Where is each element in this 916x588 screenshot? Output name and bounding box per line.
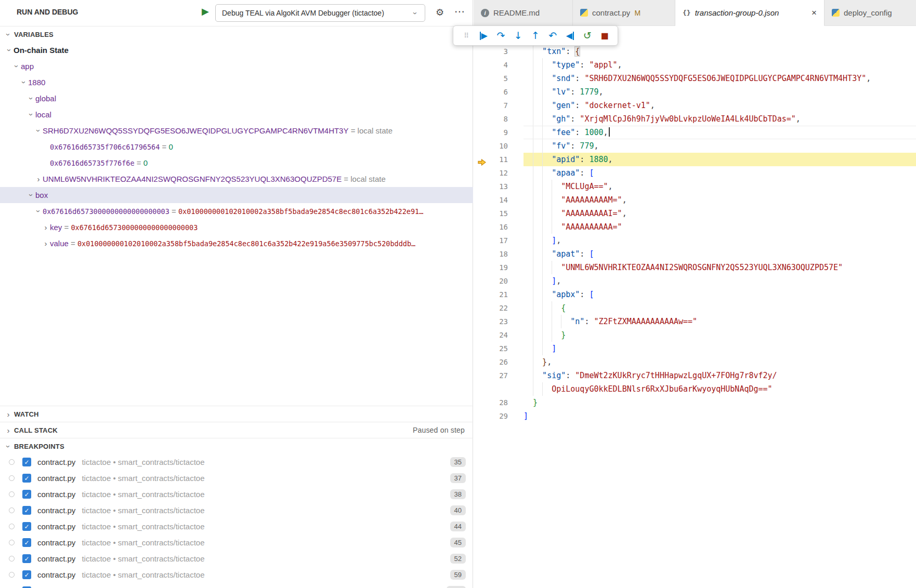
code-line[interactable]: "apid": 1880, <box>524 153 916 166</box>
tab-readme[interactable]: iREADME.md <box>474 0 573 25</box>
chevron-down-icon[interactable]: › <box>34 127 43 135</box>
gutter-line-number[interactable]: 7 <box>474 99 524 112</box>
code-line[interactable]: "fee": 1000, <box>524 126 916 139</box>
code-line[interactable]: "AAAAAAAAAA=" <box>524 220 916 234</box>
gutter-line-number[interactable]: 27 <box>474 369 524 382</box>
tree-item[interactable]: ›SRH6D7XU2N6WQQ5SSYDQFG5ESO6JWEQIDPGLUGY… <box>0 123 473 139</box>
gutter-line-number[interactable]: 18 <box>474 247 524 261</box>
chevron-right-icon[interactable]: › <box>42 223 50 232</box>
editor-line[interactable]: 5"snd": "SRH6D7XU2N6WQQ5SSYDQFG5ESO6JWEQ… <box>474 72 916 85</box>
gutter-line-number[interactable]: 17 <box>474 234 524 247</box>
breakpoint-checkbox[interactable]: ✓ <box>22 522 31 531</box>
editor-line[interactable]: 13"MCLUgA==", <box>474 180 916 193</box>
editor-line[interactable]: 21"apbx": [ <box>474 288 916 301</box>
editor-line[interactable]: 15"AAAAAAAAAI=", <box>474 207 916 220</box>
more-actions-button[interactable]: ⋯ <box>454 5 465 18</box>
reverse-continue-button[interactable]: ◀ <box>564 28 577 44</box>
restart-button[interactable]: ↺ <box>581 28 594 44</box>
tree-item[interactable]: ›value = 0x010000000102010002a358bf5bada… <box>0 235 473 251</box>
step-back-button[interactable]: ↶ <box>546 28 559 44</box>
code-line[interactable]: "fv": 779, <box>524 139 916 153</box>
section-header-call-stack[interactable]: › CALL STACK Paused on step <box>0 422 473 438</box>
step-over-button[interactable]: ↷ <box>494 28 508 44</box>
tree-item[interactable]: ›app <box>0 58 473 74</box>
tree-item[interactable]: 0x67616d65735f776f6e = 0 <box>0 155 473 171</box>
code-line[interactable]: OpiLouqyG0kkEDLBNlsr6RxXJbu6arKwyoyqHUbN… <box>524 382 916 396</box>
editor-line[interactable]: 25] <box>474 342 916 355</box>
breakpoint-row[interactable]: ✓contract.pytictactoe • smart_contracts/… <box>0 551 473 567</box>
editor-line[interactable]: 6"lv": 1779, <box>474 85 916 99</box>
gutter-line-number[interactable]: 22 <box>474 301 524 315</box>
chevron-down-icon[interactable]: › <box>20 78 29 87</box>
breakpoint-checkbox[interactable]: ✓ <box>22 554 31 563</box>
tab-contract[interactable]: contract.pyM <box>573 0 675 25</box>
code-line[interactable]: ], <box>524 274 916 288</box>
code-line[interactable]: "UNML6W5NVHRIKTEOZAA4NI2SWQROSGNFNY2QS52… <box>524 261 916 274</box>
editor-line[interactable]: 27"sig": "DmeWt2zKUkRryc7tHHHapwzLgqUX+7… <box>474 369 916 382</box>
section-header-breakpoints[interactable]: › BREAKPOINTS <box>0 438 473 454</box>
chevron-right-icon[interactable]: › <box>42 239 50 248</box>
tree-item[interactable]: ›box <box>0 187 473 203</box>
breakpoint-checkbox[interactable]: ✓ <box>22 570 31 579</box>
code-line[interactable]: } <box>524 396 916 409</box>
code-line[interactable]: "sig": "DmeWt2zKUkRryc7tHHHapwzLgqUX+7FO… <box>524 369 916 382</box>
breakpoint-row[interactable]: ✓contract.pytictactoe • smart_contracts/… <box>0 583 473 588</box>
step-out-button[interactable]: ↑ <box>529 28 542 44</box>
code-line[interactable]: "AAAAAAAAAI=", <box>524 207 916 220</box>
gutter-line-number[interactable]: 9 <box>474 126 524 139</box>
editor-line[interactable]: 24} <box>474 328 916 342</box>
gutter-line-number[interactable]: 8 <box>474 112 524 126</box>
gutter-line-number[interactable]: 12 <box>474 166 524 180</box>
editor-line[interactable]: 19"UNML6W5NVHRIKTEOZAA4NI2SWQROSGNFNY2QS… <box>474 261 916 274</box>
gutter-line-number[interactable]: 4 <box>474 58 524 72</box>
tree-item[interactable]: ›On-chain State <box>0 42 473 58</box>
editor-line[interactable]: 9"fee": 1000, <box>474 126 916 139</box>
chevron-down-icon[interactable]: › <box>34 207 43 216</box>
step-into-button[interactable]: ↓ <box>512 28 525 44</box>
tab-transaction-group-0[interactable]: {}transaction-group-0.json× <box>675 0 825 26</box>
editor-line[interactable]: 4"type": "appl", <box>474 58 916 72</box>
code-line[interactable]: "type": "appl", <box>524 58 916 72</box>
editor-line[interactable]: 23"n": "Z2FtZXMAAAAAAAAAAw==" <box>474 315 916 328</box>
code-line[interactable]: ] <box>524 409 916 423</box>
gutter-line-number[interactable]: 3 <box>474 45 524 58</box>
code-line[interactable]: ], <box>524 234 916 247</box>
gear-icon[interactable]: ⚙ <box>436 7 444 18</box>
gutter-line-number[interactable]: 14 <box>474 193 524 207</box>
tree-item[interactable]: ›key = 0x67616d6573000000000000000003 <box>0 219 473 235</box>
code-line[interactable]: } <box>524 328 916 342</box>
code-line[interactable]: "MCLUgA==", <box>524 180 916 193</box>
code-line[interactable]: "snd": "SRH6D7XU2N6WQQ5SSYDQFG5ESO6JWEQI… <box>524 72 916 85</box>
gutter-line-number[interactable]: 19 <box>474 261 524 274</box>
editor-line[interactable]: 16"AAAAAAAAAA=" <box>474 220 916 234</box>
editor-line[interactable]: 17], <box>474 234 916 247</box>
editor-line[interactable]: 10"fv": 779, <box>474 139 916 153</box>
breakpoint-checkbox[interactable]: ✓ <box>22 490 31 499</box>
tab-deploy-config[interactable]: deploy_config <box>825 0 916 25</box>
tree-item[interactable]: 0x67616d65735f706c61796564 = 0 <box>0 139 473 155</box>
gutter-line-number[interactable]: 26 <box>474 355 524 369</box>
gutter-line-number[interactable]: 10 <box>474 139 524 153</box>
editor-line[interactable]: 29] <box>474 409 916 423</box>
code-line[interactable]: "AAAAAAAAAM=", <box>524 193 916 207</box>
editor-line[interactable]: 12"apaa": [ <box>474 166 916 180</box>
tree-item[interactable]: ›global <box>0 90 473 106</box>
code-line[interactable]: "gh": "XrjqMlCpJ6h9h7jyVw0bLvkpzUoWeIA4L… <box>524 112 916 126</box>
chevron-down-icon[interactable]: › <box>27 191 36 199</box>
gutter-line-number[interactable]: 15 <box>474 207 524 220</box>
gutter-line-number[interactable]: 29 <box>474 409 524 423</box>
gutter-line-number[interactable]: 5 <box>474 72 524 85</box>
code-line[interactable]: "gen": "dockernet-v1", <box>524 99 916 112</box>
editor-line[interactable]: 14"AAAAAAAAAM=", <box>474 193 916 207</box>
close-icon[interactable]: × <box>812 8 817 18</box>
chevron-down-icon[interactable]: › <box>27 111 36 119</box>
tree-item[interactable]: ›1880 <box>0 74 473 90</box>
breakpoint-row[interactable]: ✓contract.pytictactoe • smart_contracts/… <box>0 502 473 518</box>
gutter-line-number[interactable]: 21 <box>474 288 524 301</box>
breakpoint-checkbox[interactable]: ✓ <box>22 538 31 547</box>
breakpoint-row[interactable]: ✓contract.pytictactoe • smart_contracts/… <box>0 454 473 470</box>
code-line[interactable]: { <box>524 301 916 315</box>
breakpoint-row[interactable]: ✓contract.pytictactoe • smart_contracts/… <box>0 486 473 502</box>
drag-handle[interactable]: ⠿ <box>460 28 473 44</box>
code-line[interactable]: "apaa": [ <box>524 166 916 180</box>
